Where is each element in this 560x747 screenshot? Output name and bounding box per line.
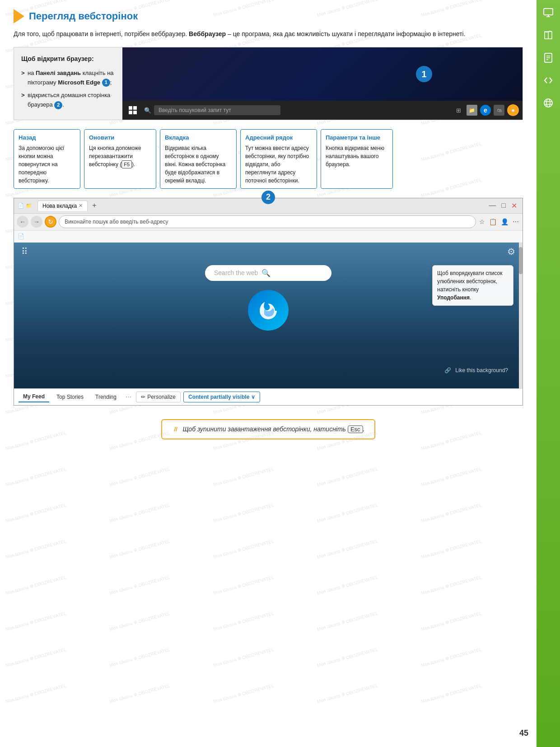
tab-page-icon: 📄 [18,203,24,209]
browser-search-text: Search the web [214,269,258,276]
personalize-icon: ✏ [141,394,145,400]
annotation-refresh-title: Оновити [89,133,151,142]
favorites-tooltip: Щоб впорядкувати список улюблених вебсто… [432,265,513,306]
new-tab-button[interactable]: + [90,201,98,210]
tab-ellipsis: ··· [126,393,131,401]
favorites-bar: 📄 [14,231,523,243]
profile-icon[interactable]: 👤 [500,217,509,226]
annotation-settings: Параметри та інше Кнопка відкриває меню … [321,129,393,189]
browser-body-topbar: ⠿ ⚙ [14,243,523,261]
favorites-star-icon[interactable]: ☆ [478,217,486,226]
personalize-button[interactable]: ✏ Personalize [136,392,181,402]
svg-rect-0 [544,9,553,15]
feed-tab-my-feed[interactable]: My Feed [19,392,49,402]
annotation-address-desc: Тут можна ввести адресу вебсторінки, яку… [245,145,309,184]
favorites-icon: 📄 [18,233,24,239]
f5-key: F5 [121,160,132,169]
instructions-panel: Щоб відкрити браузер: на Панелі завдань … [14,47,122,120]
annotation-tab: Вкладка Відкриває кілька вебсторінок в о… [160,129,237,189]
feed-tab-trending[interactable]: Trending [91,392,121,402]
sidebar-icon-book [540,27,556,43]
note-icon: ⏸ [172,425,178,433]
annotations-section: Назад За допомогою цієї кнопки можна пов… [14,129,523,189]
sidebar-icon-code [540,72,556,89]
window-control-buttons: — □ ✕ [487,201,519,210]
taskbar-accent-icon: ● [507,104,519,116]
taskbar-edge-icon: e [480,105,491,116]
back-button[interactable]: ← [17,216,28,228]
svg-rect-14 [129,111,132,114]
section-title: Перегляд вебсторінок [14,9,523,23]
browser-screenshot-wrapper: 2 📄 📁 Нова вкладка ✕ + — □ ✕ [14,198,523,406]
browser-tab-new[interactable]: Нова вкладка ✕ [37,201,88,211]
svg-point-9 [546,99,550,107]
feed-tab-top-stories[interactable]: Top Stories [52,392,88,402]
intro-paragraph: Для того, щоб працювати в інтернеті, пот… [14,29,523,39]
browser-toolbar: ← → ↻ Виконайте пошук або введіть веб-ад… [14,214,523,231]
annotation-refresh: Оновити Ця кнопка допоможе перезавантажи… [84,129,156,189]
browser-search-icon: 🔍 [261,269,271,277]
address-bar[interactable]: Виконайте пошук або введіть веб-адресу [59,215,476,228]
instruction-step-2: відкриється домашня сторінка браузера 2. [21,91,115,110]
like-bg-icon: 🔗 [444,367,451,374]
svg-rect-12 [129,106,132,110]
annotation-settings-desc: Кнопка відкриває меню налаштувань вашого… [326,145,384,168]
browser-tab-icon-area: 📄 📁 [18,203,32,209]
browser-scrollbar[interactable] [519,243,523,405]
browser-body: ⠿ ⚙ Search the web 🔍 Щоб вп [14,243,523,405]
esc-key: Esc [348,425,363,433]
toolbar-right-icons: ☆ 📋 👤 ⋯ [478,217,520,226]
badge-number-2: 2 [261,191,275,204]
content-visible-button[interactable]: Content partially visible ∨ [183,392,260,402]
page-title: Перегляд вебсторінок [29,10,138,22]
taskbar-search-box[interactable]: Введіть пошуковий запит тут [154,105,280,115]
note-box: ⏸ Щоб зупинити завантаження вебсторінки,… [161,419,376,439]
taskbar-file-icon: 📁 [467,105,477,116]
browser-bottom-bar: My Feed Top Stories Trending ··· ✏ Perso… [14,388,523,405]
windows-start-icon [126,103,140,117]
annotation-back: Назад За допомогою цієї кнопки можна пов… [14,129,80,189]
title-arrow-icon [14,9,24,23]
annotation-tab-title: Вкладка [165,133,232,142]
svg-rect-13 [133,106,137,110]
svg-point-8 [544,99,552,107]
bottom-note-area: ⏸ Щоб зупинити завантаження вебсторінки,… [14,419,523,439]
sidebar-icon-doc [540,50,556,66]
more-icon[interactable]: ⋯ [512,217,520,226]
badge-1: 1 [102,79,110,87]
window-minimize-btn[interactable]: — [487,201,498,210]
browser-window: 📄 📁 Нова вкладка ✕ + — □ ✕ ← → ↻ [14,198,523,406]
window-close-btn[interactable]: ✕ [509,201,519,210]
address-bar-text: Виконайте пошук або введіть веб-адресу [65,219,168,225]
annotation-address: Адресний рядок Тут можна ввести адресу в… [240,129,317,189]
annotation-address-title: Адресний рядок [245,133,312,142]
badge-2-inline: 2 [54,101,62,109]
forward-button[interactable]: → [31,216,42,228]
annotation-settings-title: Параметри та інше [326,133,388,142]
annotation-back-desc: За допомогою цієї кнопки можна повернути… [19,145,64,184]
page-number: 45 [519,728,528,738]
tab-close-btn[interactable]: ✕ [79,203,83,209]
annotation-tab-desc: Відкриває кілька вебсторінок в одному ві… [165,145,225,184]
badge-number-1: 1 [416,66,432,82]
taskbar-widgets-icon: ⊞ [453,105,464,116]
window-maximize-btn[interactable]: □ [499,201,508,210]
main-content: Перегляд вебсторінок Для того, щоб працю… [0,0,537,453]
content-visible-chevron: ∨ [251,394,255,400]
body-settings-icon[interactable]: ⚙ [507,246,515,257]
svg-rect-15 [133,111,137,114]
taskbar-store-icon: 🛍 [494,105,504,116]
tab-label: Нова вкладка [42,203,77,209]
refresh-button[interactable]: ↻ [45,216,56,228]
apps-grid-icon[interactable]: ⠿ [21,246,28,257]
instructions-title: Щоб відкрити браузер: [21,54,115,64]
windows-taskbar-screenshot: Щоб відкрити браузер: на Панелі завдань … [14,47,523,120]
taskbar-right-icons: ⊞ 📁 e 🛍 ● [453,104,519,116]
instruction-step-1: на Панелі завдань клацніть на піктограму… [21,69,115,88]
right-sidebar [537,0,560,747]
windows-desktop-area: 1 🔍 Введіть пошуковий запит тут [122,47,523,120]
collections-icon[interactable]: 📋 [488,217,498,226]
browser-search-box[interactable]: Search the web 🔍 [205,265,331,281]
sidebar-icon-globe [540,95,556,111]
annotation-back-title: Назад [19,133,75,142]
